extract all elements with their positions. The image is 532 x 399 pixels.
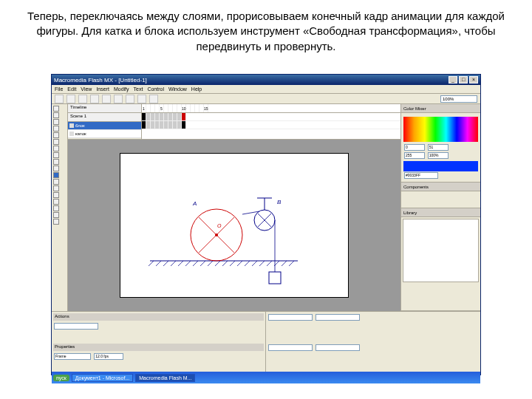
layer-icon [69, 132, 74, 136]
arrow-tool[interactable] [53, 106, 59, 112]
layer-row-0[interactable]: блок [68, 122, 141, 130]
brush-tool[interactable] [53, 166, 59, 171]
eraser-tool[interactable] [53, 205, 59, 211]
bucket-tool[interactable] [53, 192, 59, 198]
layer-row-1[interactable]: каток [68, 130, 141, 138]
menu-edit[interactable]: Edit [67, 86, 76, 92]
svg-line-13 [237, 261, 242, 266]
svg-line-16 [259, 261, 265, 266]
zoom-tool[interactable] [53, 219, 59, 225]
taskbar-item-flash[interactable]: Macromedia Flash M... [135, 374, 195, 382]
slide-caption: Теперь, переключаясь между слоями, прори… [0, 0, 532, 60]
maximize-button[interactable]: □ [459, 76, 468, 83]
start-button[interactable]: пуск [53, 375, 69, 381]
layer-icon [69, 123, 74, 128]
properties-title[interactable]: Properties [53, 344, 264, 351]
tween-dropdown[interactable] [268, 314, 313, 321]
timeline-frames[interactable]: 1 5 10 15 [142, 104, 400, 139]
svg-line-4 [171, 261, 176, 266]
close-button[interactable]: × [469, 76, 478, 83]
fill-transform-tool[interactable] [53, 179, 59, 185]
components-panel: Components [401, 183, 480, 208]
drawing-content: A B O [120, 154, 349, 299]
text-tool[interactable] [53, 139, 59, 145]
zoom-input[interactable]: 100% [440, 95, 477, 103]
lasso-tool[interactable] [53, 126, 59, 132]
color-hex-input[interactable]: #0033FF [404, 172, 438, 179]
actions-panel: Actions [52, 312, 266, 342]
rect-tool[interactable] [53, 152, 59, 158]
svg-line-1 [149, 261, 154, 266]
sound-dropdown[interactable] [316, 314, 360, 321]
stage-area[interactable]: A B O [68, 140, 400, 311]
menu-insert[interactable]: Insert [96, 86, 109, 92]
subselect-tool[interactable] [53, 112, 59, 118]
windows-taskbar: пуск Документ1 - Microsof... Macromedia … [52, 372, 480, 383]
color-spectrum[interactable] [403, 117, 478, 142]
svg-line-10 [215, 261, 220, 266]
canvas[interactable]: A B O [120, 153, 349, 298]
toolbar-main: 100% [52, 94, 480, 104]
sync-dropdown[interactable] [316, 344, 360, 351]
cut-button[interactable] [102, 95, 111, 103]
menu-text[interactable]: Text [134, 86, 143, 92]
menu-help[interactable]: Help [191, 86, 202, 92]
open-button[interactable] [66, 95, 75, 103]
library-panel: Library [401, 208, 480, 311]
menu-control[interactable]: Control [147, 86, 164, 92]
frame-label-input[interactable]: Frame [54, 353, 91, 360]
effect-dropdown[interactable] [268, 344, 313, 351]
actions-title[interactable]: Actions [53, 313, 264, 321]
layer-name-0: блок [75, 123, 85, 128]
undo-button[interactable] [137, 95, 146, 103]
paste-button[interactable] [126, 95, 134, 103]
ink-tool[interactable] [53, 185, 59, 191]
new-button[interactable] [55, 95, 64, 103]
pen-tool[interactable] [53, 132, 59, 138]
minimize-button[interactable]: _ [449, 76, 457, 83]
svg-line-9 [208, 261, 213, 266]
playhead-frame[interactable] [182, 113, 186, 120]
timeline-tab[interactable]: Timeline [68, 104, 141, 113]
actions-dropdown[interactable] [54, 323, 98, 330]
redo-button[interactable] [149, 95, 158, 103]
copy-button[interactable] [114, 95, 123, 103]
svg-line-12 [230, 261, 235, 266]
svg-line-5 [178, 261, 183, 266]
print-button[interactable] [90, 95, 99, 103]
svg-line-20 [289, 261, 294, 266]
eyedropper-tool[interactable] [53, 199, 59, 205]
layer-name-1: каток [75, 132, 86, 136]
menu-modify[interactable]: Modify [114, 86, 129, 92]
svg-line-17 [267, 261, 272, 266]
color-g-input[interactable]: 51 [428, 144, 449, 151]
components-title[interactable]: Components [401, 183, 480, 191]
color-alpha-input[interactable]: 100% [428, 152, 449, 159]
taskbar-item-word[interactable]: Документ1 - Microsof... [72, 374, 133, 382]
color-r-input[interactable]: 0 [404, 144, 425, 151]
bottom-dock: Actions Properties Frame 12.0 fps [52, 311, 480, 372]
color-b-input[interactable]: 255 [404, 152, 425, 159]
properties-panel: Properties Frame 12.0 fps [52, 342, 266, 372]
scene-label[interactable]: Scene 1 [68, 113, 141, 122]
hand-tool[interactable] [53, 212, 59, 218]
svg-rect-30 [269, 272, 281, 284]
save-button[interactable] [78, 95, 87, 103]
line-tool[interactable] [53, 119, 59, 125]
library-preview [403, 219, 479, 282]
keyframe[interactable] [182, 121, 186, 129]
svg-line-7 [193, 261, 198, 266]
free-transform-tool[interactable] [53, 172, 59, 178]
menu-view[interactable]: View [81, 86, 92, 92]
svg-line-3 [163, 261, 168, 266]
svg-line-15 [252, 261, 257, 266]
oval-tool[interactable] [53, 146, 59, 151]
svg-line-14 [245, 261, 250, 266]
svg-line-8 [200, 261, 205, 266]
color-mixer-title[interactable]: Color Mixer [401, 104, 480, 113]
menu-file[interactable]: File [55, 86, 63, 92]
menu-window[interactable]: Window [168, 86, 187, 92]
current-color-swatch[interactable] [403, 161, 478, 171]
library-title[interactable]: Library [401, 208, 480, 217]
pencil-tool[interactable] [53, 159, 59, 165]
